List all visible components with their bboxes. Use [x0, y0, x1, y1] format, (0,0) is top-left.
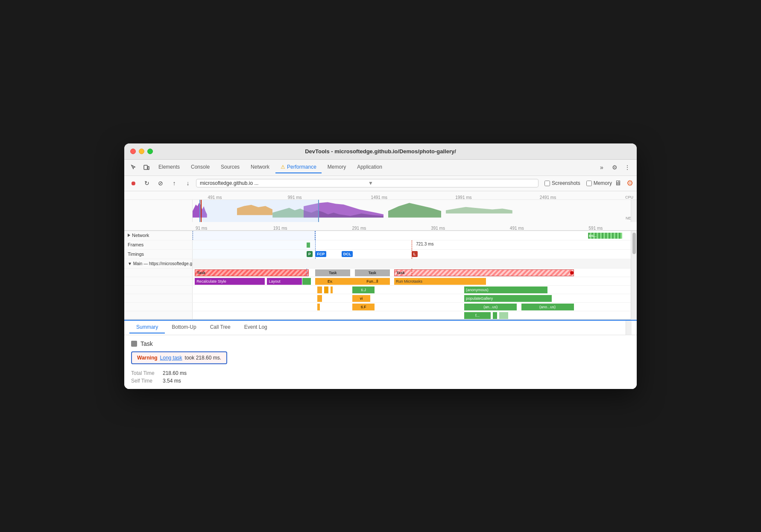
- main-thread-label: ▼ Main — https://microsoftedge.github.io…: [124, 259, 193, 268]
- inspect-icon[interactable]: [128, 161, 140, 173]
- record-button[interactable]: ⏺: [128, 178, 139, 189]
- download-button[interactable]: ↓: [182, 178, 193, 189]
- clear-button[interactable]: ⊘: [155, 178, 166, 189]
- timings-content: P FCP DCL L: [193, 250, 631, 259]
- network-label: Network: [124, 231, 193, 240]
- tab-memory[interactable]: Memory: [322, 161, 351, 173]
- small-green[interactable]: [302, 278, 311, 285]
- main-tasks-row5: ti.F (an...us) (ano...us): [124, 303, 637, 311]
- empty-label: [124, 269, 193, 277]
- tab-summary[interactable]: Summary: [129, 322, 165, 333]
- scrollbar-thumb[interactable]: [632, 233, 636, 254]
- time-391: 391 ms: [431, 226, 445, 231]
- main-tasks-content2[interactable]: Recalculate Style Layout Ev...pt Fun...l…: [193, 277, 631, 285]
- populate-gallery-block[interactable]: populateGallery: [464, 295, 552, 302]
- warning-text: took 218.60 ms.: [185, 355, 221, 361]
- mini-bar4: [331, 286, 333, 293]
- total-time-value: 218.60 ms: [163, 370, 187, 376]
- tab-event-log[interactable]: Event Log: [237, 322, 274, 333]
- minimize-button[interactable]: [139, 149, 144, 154]
- svg-rect-0: [144, 165, 147, 170]
- task-3[interactable]: Task: [355, 269, 390, 276]
- network-expand-icon[interactable]: [128, 234, 130, 237]
- more-options-icon[interactable]: ⋮: [621, 161, 633, 173]
- scrollbar-vertical[interactable]: [631, 231, 637, 320]
- devtools-window: DevTools - microsoftedge.github.io/Demos…: [124, 143, 637, 389]
- tab-elements[interactable]: Elements: [153, 161, 185, 173]
- tab-network[interactable]: Network: [246, 161, 275, 173]
- empty-label4: [124, 294, 193, 302]
- tif-block[interactable]: ti.F: [352, 304, 374, 310]
- run-microtasks-block[interactable]: Run Microtasks: [394, 278, 486, 285]
- devtools-body: Elements Console Sources Network ⚠ Perfo…: [124, 160, 637, 389]
- tij-block[interactable]: ti.J: [352, 286, 374, 293]
- tab-console[interactable]: Console: [186, 161, 215, 173]
- anus-block1[interactable]: (an...us): [464, 304, 517, 310]
- more-tabs-icon[interactable]: »: [596, 161, 608, 173]
- tab-application[interactable]: Application: [352, 161, 387, 173]
- tab-sources[interactable]: Sources: [216, 161, 245, 173]
- frames-row: Frames 721.3 ms: [124, 240, 637, 250]
- task-2[interactable]: Task: [315, 269, 350, 276]
- mini-bar5: [317, 295, 322, 302]
- performance-settings-icon[interactable]: ⚙: [626, 178, 633, 188]
- function-block[interactable]: Fun...ll: [355, 278, 390, 285]
- tab-call-tree[interactable]: Call Tree: [203, 322, 237, 333]
- network-block-ds: DS...: [588, 233, 622, 239]
- checkbox-group: Screenshots Memory: [544, 180, 612, 186]
- tab-performance[interactable]: ⚠ Performance: [275, 161, 322, 173]
- window-title: DevTools - microsoftedge.github.io/Demos…: [305, 148, 456, 155]
- anus-block2[interactable]: (ano...us): [521, 304, 574, 310]
- time-label-2491: 2491 ms: [540, 195, 556, 200]
- timeline-section: 491 ms 991 ms 1491 ms 1991 ms 2491 ms CP…: [124, 191, 637, 231]
- svg-rect-1: [148, 167, 149, 170]
- layout-block[interactable]: Layout: [267, 278, 302, 285]
- small-orange2: [350, 278, 354, 285]
- device-toggle-icon[interactable]: [140, 161, 152, 173]
- recalculate-style-block[interactable]: Recalculate Style: [195, 278, 265, 285]
- main-tasks-content3[interactable]: ti.J (anonymous): [193, 286, 631, 294]
- vi-block[interactable]: vi: [352, 295, 370, 302]
- time-label-1491: 1491 ms: [371, 195, 387, 200]
- reload-button[interactable]: ↻: [141, 178, 152, 189]
- main-tasks-content1[interactable]: Task Task Task Task: [193, 269, 631, 277]
- self-time-row: Self Time 3.54 ms: [131, 378, 630, 384]
- self-time-label: Self Time: [131, 378, 161, 384]
- network-row: Network DS...: [124, 231, 637, 240]
- time-191: 191 ms: [273, 226, 287, 231]
- main-thread-url: [193, 259, 631, 268]
- tab-bottom-up[interactable]: Bottom-Up: [165, 322, 203, 333]
- memory-checkbox[interactable]: [586, 181, 592, 186]
- titlebar: DevTools - microsoftedge.github.io/Demos…: [124, 143, 637, 160]
- task-title: Task: [140, 340, 153, 347]
- main-tasks-content5[interactable]: ti.F (an...us) (ano...us): [193, 303, 631, 311]
- anonymous-block[interactable]: (anonymous): [464, 286, 547, 293]
- time-491: 491 ms: [510, 226, 524, 231]
- url-bar[interactable]: microsoftedge.github.io ... ▼: [196, 179, 539, 187]
- f-block[interactable]: f...: [464, 312, 491, 319]
- main-tasks-content4[interactable]: vi populateGallery: [193, 294, 631, 302]
- screenshots-checkbox[interactable]: [544, 181, 550, 186]
- settings-gear-icon[interactable]: ⚙: [609, 161, 621, 173]
- warning-triangle-icon: ⚠: [281, 164, 285, 170]
- long-task-link[interactable]: Long task: [160, 355, 182, 361]
- summary-content: Task Warning Long task took 218.60 ms. T…: [124, 335, 637, 389]
- upload-button[interactable]: ↑: [169, 178, 180, 189]
- frames-label: Frames: [124, 240, 193, 249]
- main-tasks-row6: f...: [124, 311, 637, 320]
- total-time-row: Total Time 218.60 ms: [131, 370, 630, 376]
- empty-label2: [124, 277, 193, 285]
- screenshots-checkbox-label[interactable]: Screenshots: [544, 180, 580, 186]
- task-long2[interactable]: Task: [394, 269, 574, 276]
- close-button[interactable]: [130, 149, 136, 154]
- maximize-button[interactable]: [147, 149, 153, 154]
- frames-content: 721.3 ms: [193, 240, 631, 249]
- memory-checkbox-label[interactable]: Memory: [586, 180, 612, 186]
- timings-row: Timings P FCP DCL L: [124, 250, 637, 259]
- task-long[interactable]: Task: [195, 269, 309, 276]
- bottom-tabs: Summary Bottom-Up Call Tree Event Log: [124, 321, 637, 335]
- main-tasks-content6[interactable]: f...: [193, 311, 631, 319]
- main-thread-title: ▼ Main — https://microsoftedge.github.io…: [128, 261, 193, 266]
- time-label-991: 991 ms: [288, 195, 302, 200]
- capture-screenshot-icon[interactable]: 🖥: [615, 179, 621, 187]
